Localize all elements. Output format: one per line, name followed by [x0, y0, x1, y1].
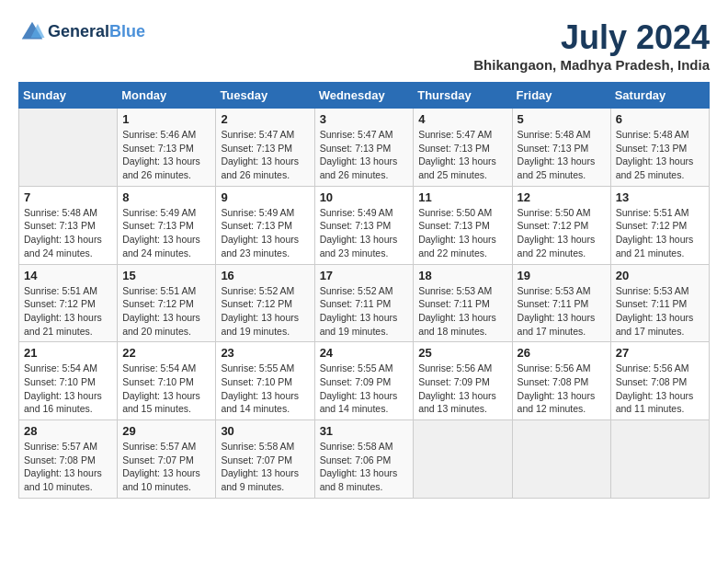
calendar-cell: 29Sunrise: 5:57 AMSunset: 7:07 PMDayligh… [118, 420, 216, 499]
calendar-cell: 10Sunrise: 5:49 AMSunset: 7:13 PMDayligh… [314, 186, 414, 264]
calendar-cell: 26Sunrise: 5:56 AMSunset: 7:08 PMDayligh… [512, 342, 610, 420]
day-number: 14 [24, 269, 112, 282]
calendar-cell: 8Sunrise: 5:49 AMSunset: 7:13 PMDaylight… [118, 186, 216, 264]
day-info: Sunrise: 5:46 AMSunset: 7:13 PMDaylight:… [122, 128, 210, 182]
day-number: 30 [221, 424, 309, 438]
day-info: Sunrise: 5:56 AMSunset: 7:09 PMDaylight:… [418, 362, 506, 416]
day-number: 25 [418, 346, 506, 360]
calendar-cell: 12Sunrise: 5:50 AMSunset: 7:12 PMDayligh… [512, 186, 610, 264]
day-info: Sunrise: 5:48 AMSunset: 7:13 PMDaylight:… [518, 128, 606, 182]
day-number: 17 [320, 269, 409, 282]
day-number: 1 [122, 112, 210, 126]
day-number: 19 [518, 269, 606, 282]
day-info: Sunrise: 5:54 AMSunset: 7:10 PMDaylight:… [122, 362, 210, 416]
day-info: Sunrise: 5:55 AMSunset: 7:10 PMDaylight:… [221, 362, 309, 416]
calendar-cell: 17Sunrise: 5:52 AMSunset: 7:11 PMDayligh… [314, 264, 414, 342]
day-info: Sunrise: 5:53 AMSunset: 7:11 PMDaylight:… [518, 284, 606, 339]
day-number: 12 [518, 190, 606, 204]
calendar-cell: 9Sunrise: 5:49 AMSunset: 7:13 PMDaylight… [216, 186, 314, 264]
day-info: Sunrise: 5:52 AMSunset: 7:12 PMDaylight:… [221, 284, 309, 339]
day-info: Sunrise: 5:50 AMSunset: 7:12 PMDaylight:… [518, 206, 606, 260]
weekday-header-row: SundayMondayTuesdayWednesdayThursdayFrid… [19, 83, 710, 109]
calendar-cell: 25Sunrise: 5:56 AMSunset: 7:09 PMDayligh… [414, 342, 512, 420]
day-number: 31 [320, 424, 409, 438]
day-number: 23 [221, 346, 309, 360]
month-year-title: July 2024 [473, 18, 710, 57]
calendar-cell: 31Sunrise: 5:58 AMSunset: 7:06 PMDayligh… [314, 420, 414, 499]
day-info: Sunrise: 5:49 AMSunset: 7:13 PMDaylight:… [221, 206, 309, 260]
weekday-header-saturday: Saturday [610, 83, 709, 109]
day-info: Sunrise: 5:48 AMSunset: 7:13 PMDaylight:… [24, 206, 112, 260]
day-number: 13 [616, 190, 704, 204]
day-number: 26 [518, 346, 606, 360]
calendar-cell: 23Sunrise: 5:55 AMSunset: 7:10 PMDayligh… [216, 342, 314, 420]
calendar-cell: 14Sunrise: 5:51 AMSunset: 7:12 PMDayligh… [19, 264, 118, 342]
day-number: 11 [418, 190, 506, 204]
day-number: 28 [24, 424, 112, 438]
calendar-cell: 5Sunrise: 5:48 AMSunset: 7:13 PMDaylight… [512, 109, 610, 187]
calendar-cell [414, 420, 512, 499]
day-number: 22 [122, 346, 210, 360]
calendar-week-5: 28Sunrise: 5:57 AMSunset: 7:08 PMDayligh… [19, 420, 710, 499]
calendar-cell: 4Sunrise: 5:47 AMSunset: 7:13 PMDaylight… [414, 109, 512, 187]
day-number: 24 [320, 346, 409, 360]
day-info: Sunrise: 5:55 AMSunset: 7:09 PMDaylight:… [320, 362, 409, 416]
day-number: 27 [616, 346, 704, 360]
day-info: Sunrise: 5:47 AMSunset: 7:13 PMDaylight:… [221, 128, 309, 182]
day-info: Sunrise: 5:52 AMSunset: 7:11 PMDaylight:… [320, 284, 409, 339]
day-info: Sunrise: 5:54 AMSunset: 7:10 PMDaylight:… [24, 362, 112, 416]
day-info: Sunrise: 5:51 AMSunset: 7:12 PMDaylight:… [616, 206, 704, 260]
day-number: 5 [518, 112, 606, 126]
weekday-header-tuesday: Tuesday [216, 83, 314, 109]
calendar-cell: 1Sunrise: 5:46 AMSunset: 7:13 PMDaylight… [118, 109, 216, 187]
day-number: 8 [122, 190, 210, 204]
calendar-cell: 28Sunrise: 5:57 AMSunset: 7:08 PMDayligh… [19, 420, 118, 499]
day-number: 9 [221, 190, 309, 204]
calendar-week-3: 14Sunrise: 5:51 AMSunset: 7:12 PMDayligh… [19, 264, 710, 342]
day-info: Sunrise: 5:47 AMSunset: 7:13 PMDaylight:… [320, 128, 409, 182]
day-number: 3 [320, 112, 409, 126]
calendar-cell: 22Sunrise: 5:54 AMSunset: 7:10 PMDayligh… [118, 342, 216, 420]
day-number: 21 [24, 346, 112, 360]
day-info: Sunrise: 5:47 AMSunset: 7:13 PMDaylight:… [418, 128, 506, 182]
calendar-week-2: 7Sunrise: 5:48 AMSunset: 7:13 PMDaylight… [19, 186, 710, 264]
calendar-week-1: 1Sunrise: 5:46 AMSunset: 7:13 PMDaylight… [19, 109, 710, 187]
day-info: Sunrise: 5:49 AMSunset: 7:13 PMDaylight:… [320, 206, 409, 260]
weekday-header-sunday: Sunday [19, 83, 118, 109]
calendar-cell: 13Sunrise: 5:51 AMSunset: 7:12 PMDayligh… [610, 186, 709, 264]
day-info: Sunrise: 5:56 AMSunset: 7:08 PMDaylight:… [518, 362, 606, 416]
day-number: 18 [418, 269, 506, 282]
weekday-header-friday: Friday [512, 83, 610, 109]
day-info: Sunrise: 5:51 AMSunset: 7:12 PMDaylight:… [24, 284, 112, 339]
day-info: Sunrise: 5:57 AMSunset: 7:07 PMDaylight:… [122, 440, 210, 494]
calendar-cell: 21Sunrise: 5:54 AMSunset: 7:10 PMDayligh… [19, 342, 118, 420]
day-info: Sunrise: 5:58 AMSunset: 7:06 PMDaylight:… [320, 440, 409, 494]
day-number: 10 [320, 190, 409, 204]
calendar-cell: 24Sunrise: 5:55 AMSunset: 7:09 PMDayligh… [314, 342, 414, 420]
logo: GeneralBlue [18, 18, 145, 46]
day-info: Sunrise: 5:58 AMSunset: 7:07 PMDaylight:… [221, 440, 309, 494]
weekday-header-monday: Monday [118, 83, 216, 109]
calendar-cell [610, 420, 709, 499]
calendar-cell: 19Sunrise: 5:53 AMSunset: 7:11 PMDayligh… [512, 264, 610, 342]
day-number: 15 [122, 269, 210, 282]
calendar-cell: 7Sunrise: 5:48 AMSunset: 7:13 PMDaylight… [19, 186, 118, 264]
calendar-cell: 20Sunrise: 5:53 AMSunset: 7:11 PMDayligh… [610, 264, 709, 342]
calendar-cell: 6Sunrise: 5:48 AMSunset: 7:13 PMDaylight… [610, 109, 709, 187]
day-number: 7 [24, 190, 112, 204]
day-info: Sunrise: 5:51 AMSunset: 7:12 PMDaylight:… [122, 284, 210, 339]
day-number: 20 [616, 269, 704, 282]
day-info: Sunrise: 5:49 AMSunset: 7:13 PMDaylight:… [122, 206, 210, 260]
weekday-header-thursday: Thursday [414, 83, 512, 109]
day-info: Sunrise: 5:53 AMSunset: 7:11 PMDaylight:… [616, 284, 704, 339]
calendar-cell: 3Sunrise: 5:47 AMSunset: 7:13 PMDaylight… [314, 109, 414, 187]
day-number: 16 [221, 269, 309, 282]
calendar-cell: 18Sunrise: 5:53 AMSunset: 7:11 PMDayligh… [414, 264, 512, 342]
calendar-cell: 15Sunrise: 5:51 AMSunset: 7:12 PMDayligh… [118, 264, 216, 342]
calendar-cell [512, 420, 610, 499]
location-title: Bhikangaon, Madhya Pradesh, India [473, 57, 710, 73]
logo-icon [18, 18, 46, 46]
day-number: 2 [221, 112, 309, 126]
calendar-cell: 11Sunrise: 5:50 AMSunset: 7:13 PMDayligh… [414, 186, 512, 264]
day-info: Sunrise: 5:56 AMSunset: 7:08 PMDaylight:… [616, 362, 704, 416]
